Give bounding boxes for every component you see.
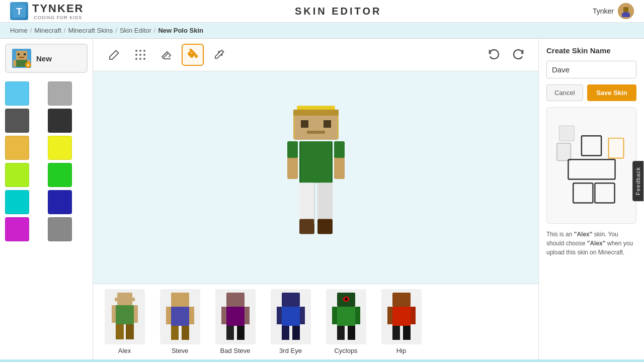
template-badsteve-img bbox=[215, 289, 256, 344]
color-swatch-dark-gray[interactable] bbox=[5, 109, 29, 133]
cancel-button[interactable]: Cancel bbox=[546, 84, 583, 101]
svg-rect-74 bbox=[332, 307, 337, 324]
svg-rect-80 bbox=[392, 293, 411, 307]
svg-rect-60 bbox=[226, 293, 245, 307]
template-hip[interactable]: Hip bbox=[377, 289, 425, 354]
template-cyclops[interactable]: Cyclops bbox=[322, 289, 370, 354]
svg-rect-87 bbox=[557, 143, 571, 160]
color-swatch-gold[interactable] bbox=[5, 136, 29, 160]
svg-point-19 bbox=[143, 50, 145, 52]
svg-rect-43 bbox=[299, 141, 301, 183]
svg-rect-48 bbox=[132, 298, 135, 301]
character-preview bbox=[266, 102, 366, 253]
template-alex[interactable]: Alex bbox=[101, 289, 148, 354]
skin-type-name: "Alex" bbox=[574, 231, 593, 238]
svg-rect-44 bbox=[331, 141, 333, 183]
svg-rect-9 bbox=[18, 53, 20, 55]
svg-rect-82 bbox=[387, 307, 392, 324]
save-skin-button[interactable]: Save Skin bbox=[587, 84, 636, 101]
feedback-tab[interactable]: Feedback bbox=[632, 161, 643, 201]
center-area: Alex Steve bbox=[93, 39, 538, 359]
template-steve-img bbox=[160, 289, 200, 344]
color-swatch-green[interactable] bbox=[48, 163, 72, 187]
svg-point-25 bbox=[143, 58, 145, 60]
svg-rect-71 bbox=[292, 326, 300, 340]
breadcrumb-sep3: / bbox=[115, 27, 117, 34]
svg-rect-62 bbox=[221, 307, 226, 324]
breadcrumb-minecraft[interactable]: Minecraft bbox=[34, 27, 61, 34]
toolbar bbox=[93, 39, 538, 71]
main-layout: + New bbox=[0, 39, 644, 359]
header-title: SKIN EDITOR bbox=[295, 6, 382, 17]
undo-button[interactable] bbox=[484, 45, 504, 65]
redo-button[interactable] bbox=[508, 45, 528, 65]
template-hip-label: Hip bbox=[396, 347, 407, 354]
svg-rect-81 bbox=[392, 307, 411, 326]
button-row: Cancel Save Skin bbox=[546, 84, 636, 101]
color-swatch-purple[interactable] bbox=[5, 217, 29, 241]
skin-type-name2: "Alex" bbox=[587, 240, 606, 247]
fill-tool-button[interactable] bbox=[182, 44, 204, 66]
dots-tool-button[interactable] bbox=[129, 44, 151, 66]
svg-rect-61 bbox=[226, 307, 245, 326]
user-avatar bbox=[618, 3, 634, 19]
svg-rect-93 bbox=[573, 183, 593, 203]
svg-rect-5 bbox=[622, 7, 623, 13]
svg-rect-67 bbox=[282, 307, 300, 326]
color-swatch-yellow[interactable] bbox=[48, 136, 72, 160]
color-swatch-gray[interactable] bbox=[48, 217, 72, 241]
svg-rect-77 bbox=[348, 326, 355, 340]
svg-rect-6 bbox=[628, 7, 630, 13]
svg-point-24 bbox=[139, 58, 141, 60]
svg-rect-90 bbox=[568, 159, 615, 179]
template-3rdeye[interactable]: 3rd Eye bbox=[267, 289, 314, 354]
svg-rect-47 bbox=[115, 298, 118, 301]
breadcrumb-skin-editor[interactable]: Skin Editor bbox=[120, 27, 151, 34]
eraser-tool-button[interactable] bbox=[155, 44, 178, 66]
svg-text:+: + bbox=[27, 62, 30, 68]
color-swatch-dark-blue[interactable] bbox=[48, 190, 72, 214]
template-hip-img bbox=[381, 289, 422, 344]
logo-area[interactable]: T TYNKER CODING FOR KIDS bbox=[10, 2, 84, 20]
svg-rect-50 bbox=[112, 305, 116, 323]
template-steve[interactable]: Steve bbox=[156, 289, 204, 354]
canvas-viewport[interactable] bbox=[93, 71, 538, 284]
skin-name-input[interactable] bbox=[546, 61, 636, 78]
skin-templates-strip: Alex Steve bbox=[93, 284, 538, 359]
skin-type-info: This is an "Alex" skin. You should choos… bbox=[546, 230, 636, 257]
color-swatch-charcoal[interactable] bbox=[48, 109, 72, 133]
svg-text:T: T bbox=[17, 7, 22, 17]
svg-rect-10 bbox=[24, 53, 26, 55]
svg-rect-38 bbox=[334, 141, 345, 158]
svg-rect-85 bbox=[403, 326, 411, 340]
breadcrumb-home[interactable]: Home bbox=[10, 27, 28, 34]
svg-rect-75 bbox=[355, 307, 360, 324]
eyedropper-tool-button[interactable] bbox=[208, 44, 230, 66]
logo-text: TYNKER bbox=[32, 2, 84, 15]
svg-rect-76 bbox=[337, 326, 345, 340]
svg-rect-52 bbox=[116, 324, 124, 339]
svg-rect-69 bbox=[300, 307, 305, 324]
svg-point-21 bbox=[139, 54, 141, 56]
breadcrumb-sep4: / bbox=[154, 27, 156, 34]
template-badsteve[interactable]: Bad Steve bbox=[211, 289, 259, 354]
svg-rect-89 bbox=[582, 136, 601, 155]
user-area[interactable]: Tynker bbox=[593, 3, 634, 19]
breadcrumb-mc-skins[interactable]: Minecraft Skins bbox=[68, 27, 113, 34]
svg-point-18 bbox=[139, 50, 141, 52]
logo-sub: CODING FOR KIDS bbox=[32, 15, 84, 20]
svg-point-20 bbox=[135, 54, 137, 56]
color-swatch-light-blue[interactable] bbox=[5, 81, 29, 106]
color-swatch-light-gray[interactable] bbox=[48, 81, 72, 106]
skin-preview-button[interactable]: + New bbox=[5, 44, 88, 73]
template-cyclops-label: Cyclops bbox=[334, 347, 357, 354]
svg-point-17 bbox=[135, 50, 137, 52]
template-alex-label: Alex bbox=[118, 347, 131, 354]
color-swatch-cyan[interactable] bbox=[5, 190, 29, 214]
svg-rect-40 bbox=[317, 183, 333, 225]
template-alex-img bbox=[105, 289, 145, 344]
color-swatch-lime[interactable] bbox=[5, 163, 29, 187]
svg-rect-83 bbox=[411, 307, 416, 324]
logo-icon: T bbox=[10, 2, 28, 20]
pencil-tool-button[interactable] bbox=[103, 44, 125, 66]
